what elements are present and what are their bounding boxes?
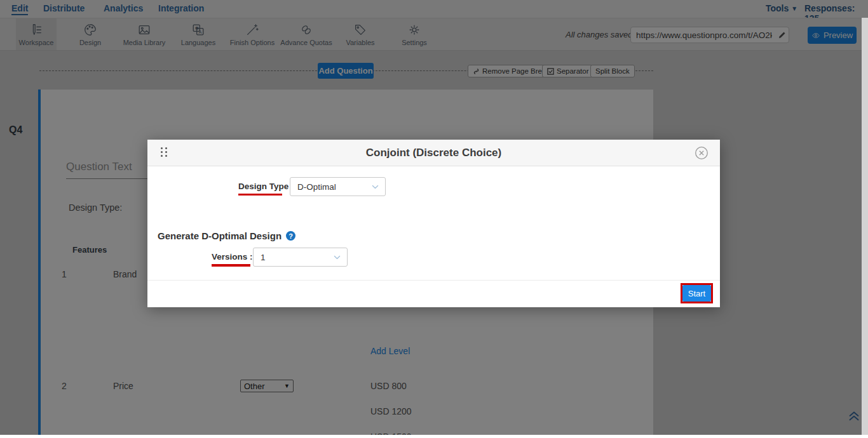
modal-title: Conjoint (Discrete Choice) xyxy=(147,147,720,159)
questionpro-survey-editor: Edit Distribute Analytics Integration To… xyxy=(0,0,868,438)
design-type-red-underline xyxy=(238,194,282,196)
start-button[interactable]: Start xyxy=(682,285,711,302)
bottom-strip xyxy=(0,435,868,438)
versions-dropdown[interactable]: 1 xyxy=(253,248,348,267)
versions-label: Versions : xyxy=(212,252,253,262)
vertical-scrollbar[interactable] xyxy=(862,18,868,435)
design-type-dropdown[interactable]: D-Optimal xyxy=(290,177,386,196)
start-button-highlight: Start xyxy=(681,283,713,303)
close-icon[interactable] xyxy=(695,146,709,160)
generate-design-heading: Generate D-Optimal Design ? xyxy=(158,230,295,241)
chevron-down-icon xyxy=(371,183,379,191)
modal-footer: Start xyxy=(147,280,720,307)
versions-value: 1 xyxy=(261,253,266,262)
design-type-value: D-Optimal xyxy=(297,182,336,192)
generate-design-label: Generate D-Optimal Design xyxy=(158,230,281,241)
question-circle-icon[interactable]: ? xyxy=(286,231,295,241)
chevron-down-icon xyxy=(333,253,341,262)
modal-header: Conjoint (Discrete Choice) xyxy=(147,140,720,166)
conjoint-settings-modal: Conjoint (Discrete Choice) Design Type D… xyxy=(147,140,720,307)
design-type-label: Design Type xyxy=(238,182,288,191)
versions-red-underline xyxy=(212,264,250,267)
